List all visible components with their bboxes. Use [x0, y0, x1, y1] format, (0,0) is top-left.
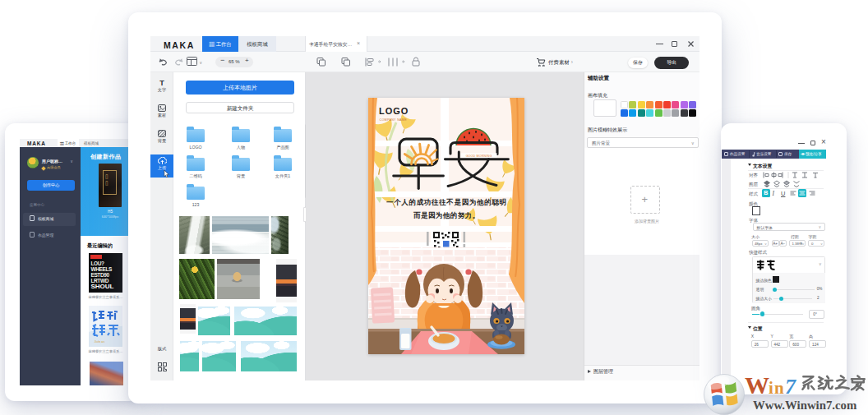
- svg-text:COMPANY NAME: COMPANY NAME: [380, 118, 408, 122]
- svg-text:GOOD MORNING: GOOD MORNING: [466, 154, 492, 158]
- svg-text:LOGO: LOGO: [379, 106, 409, 116]
- svg-text:n: n: [774, 378, 784, 398]
- svg-text:i: i: [769, 378, 773, 398]
- svg-text:而是因为他的努力。: 而是因为他的努力。: [413, 211, 479, 219]
- svg-text:一个人的成功往往不是因为他的聪明: 一个人的成功往往不是因为他的聪明: [386, 198, 506, 206]
- svg-text:W: W: [745, 371, 769, 399]
- svg-text:Www.Winwin7.com: Www.Winwin7.com: [753, 399, 857, 412]
- svg-text:7: 7: [785, 375, 796, 399]
